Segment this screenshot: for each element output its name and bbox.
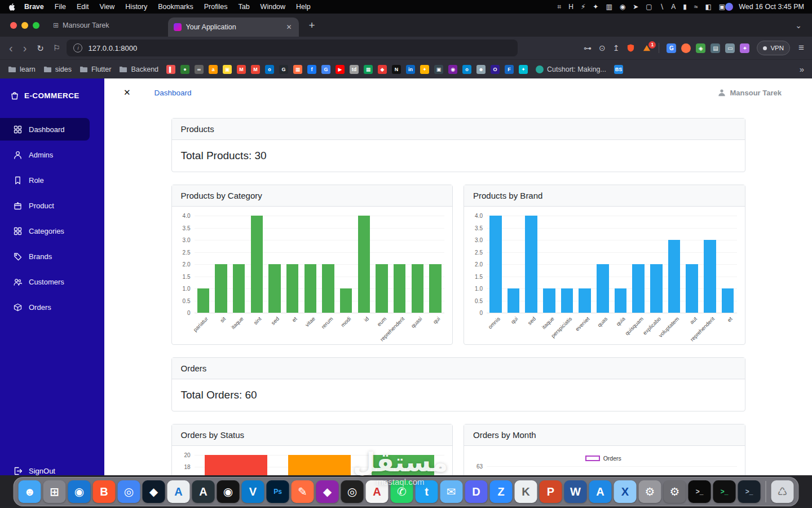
dock-icon-brave[interactable]: B <box>93 480 116 503</box>
menubar-status-icon-5[interactable]: ▥ <box>606 3 612 11</box>
menubar-status-icon-10[interactable]: A <box>671 3 676 11</box>
sidebar-item-admins[interactable]: Admins <box>0 143 90 166</box>
sidebar-item-customers[interactable]: Customers <box>0 270 90 293</box>
dock-icon-whatsapp[interactable]: ✆ <box>391 480 413 503</box>
menubar-clock[interactable]: Wed 16 Oct 3:45 PM <box>739 3 804 11</box>
tab-close-icon[interactable]: ✕ <box>285 22 293 32</box>
dock-icon-settings-alt[interactable]: ⚙ <box>664 480 686 503</box>
reload-button[interactable]: ↻ <box>34 44 46 52</box>
dock-icon-camera-app[interactable]: ◎ <box>341 480 364 503</box>
menubar-menu-history[interactable]: History <box>125 3 147 11</box>
menubar-avatar[interactable] <box>725 3 733 11</box>
menubar-status-icon-1[interactable]: ⌗ <box>557 3 561 11</box>
dock-icon-gradient-app[interactable]: ◆ <box>316 480 339 503</box>
menubar-status-icon-3[interactable]: ⚡ <box>581 3 585 11</box>
dock-icon-pen-tool-app[interactable]: ✎ <box>292 480 314 503</box>
minimize-window-button[interactable] <box>21 22 28 29</box>
dock-icon-xcode-light[interactable]: A <box>167 480 190 503</box>
bookmark-favicon-8[interactable]: o <box>265 65 274 74</box>
bookmark-favicon-16[interactable]: ◆ <box>378 65 387 74</box>
menubar-menu-window[interactable]: Window <box>261 3 285 11</box>
dock-icon-powerpoint[interactable]: P <box>540 480 562 503</box>
sidebar-signout[interactable]: SignOut <box>0 467 55 475</box>
dock-icon-blue-dot-app[interactable]: ◉ <box>68 480 91 503</box>
new-tab-button[interactable]: + <box>307 19 317 32</box>
sidebar-item-brands[interactable]: Brands <box>0 245 90 268</box>
dock-icon-android-studio[interactable]: A <box>192 480 215 503</box>
dock-icon-settings[interactable]: ⚙ <box>639 480 661 503</box>
tab-your-application[interactable]: Your Application ✕ <box>168 17 299 37</box>
bookmark-cutshort[interactable]: Cutshort: Making... <box>536 65 606 73</box>
user-chip[interactable]: Mansour Tarek <box>718 89 782 97</box>
extension-icon-5[interactable]: ▭ <box>725 43 735 53</box>
bookmark-folder-sides[interactable]: sides <box>43 65 72 73</box>
brave-shield-icon[interactable] <box>626 43 635 52</box>
menubar-status-icon-4[interactable]: ✦ <box>593 3 598 11</box>
bookmark-favicon-3[interactable]: ∞ <box>195 65 204 74</box>
bookmark-favicon-11[interactable]: f <box>307 65 316 74</box>
bookmark-favicon-6[interactable]: M <box>237 65 246 74</box>
sidebar-item-orders[interactable]: Orders <box>0 296 90 318</box>
menubar-status-icon-6[interactable]: ◉ <box>620 3 625 11</box>
bookmark-folder-learn[interactable]: learn <box>8 65 36 73</box>
dock-icon-word[interactable]: W <box>564 480 587 503</box>
extension-icon-1[interactable]: G <box>667 43 676 53</box>
bookmark-favicon-21[interactable]: ◉ <box>448 65 457 74</box>
menubar-menu-tab[interactable]: Tab <box>238 3 249 11</box>
bookmark-favicon-19[interactable]: ✦ <box>420 65 429 74</box>
bookmark-icon[interactable]: ⚐ <box>52 43 61 52</box>
dock-icon-finder[interactable]: ☻ <box>19 480 41 503</box>
dock-icon-terminal-green[interactable]: >_ <box>713 480 736 503</box>
address-bar[interactable]: i 127.0.0.1:8000 <box>67 40 518 56</box>
browser-menu-icon[interactable]: ≡ <box>797 42 805 54</box>
dock-icon-photoshop[interactable]: Ps <box>267 480 289 503</box>
share-icon[interactable]: ↥ <box>613 43 620 52</box>
forward-button[interactable]: › <box>21 42 29 54</box>
bookmark-favicon-4[interactable]: a <box>209 65 218 74</box>
menubar-status-icon-12[interactable]: ≈ <box>694 3 698 11</box>
dock-icon-dev-tools[interactable]: X <box>614 480 637 503</box>
menubar-menu-brave[interactable]: Brave <box>24 3 44 11</box>
dock-icon-trash[interactable]: ♺ <box>771 480 794 503</box>
bookmark-favicon-18[interactable]: in <box>406 65 415 74</box>
dock-icon-discord[interactable]: D <box>465 480 488 503</box>
dock-icon-zoom[interactable]: Z <box>490 480 513 503</box>
dock-icon-twitter[interactable]: t <box>416 480 438 503</box>
menubar-menu-file[interactable]: File <box>55 3 66 11</box>
menubar-menu-edit[interactable]: Edit <box>77 3 89 11</box>
bookmark-trailing-icon[interactable]: BS <box>614 65 623 74</box>
bookmark-favicon-20[interactable]: ▣ <box>434 65 443 74</box>
menubar-menu-bookmarks[interactable]: Bookmarks <box>158 3 193 11</box>
close-window-button[interactable] <box>10 22 17 29</box>
bookmark-favicon-5[interactable]: ▣ <box>223 65 232 74</box>
menubar-menu-help[interactable]: Help <box>296 3 311 11</box>
extension-icon-3[interactable]: ◈ <box>696 43 705 53</box>
menubar-status-icon-13[interactable]: ◧ <box>705 3 712 11</box>
url-text[interactable]: 127.0.0.1:8000 <box>88 44 137 52</box>
dock-icon-red-a-app[interactable]: A <box>366 480 389 503</box>
bookmark-favicon-22[interactable]: o <box>462 65 471 74</box>
bookmark-favicon-7[interactable]: M <box>251 65 260 74</box>
dock-icon-chrome[interactable]: ◎ <box>118 480 140 503</box>
dock-icon-keynote[interactable]: K <box>515 480 537 503</box>
menubar-status-icon-7[interactable]: ➤ <box>633 3 638 11</box>
bookmark-favicon-24[interactable]: O <box>491 65 500 74</box>
dock-icon-app-store[interactable]: A <box>589 480 612 503</box>
dock-icon-launchpad[interactable]: ⊞ <box>43 480 66 503</box>
bookmark-folder-flutter[interactable]: Flutter <box>80 65 111 73</box>
dock-icon-iterm[interactable]: >_ <box>738 480 761 503</box>
bookmark-favicon-23[interactable]: ☻ <box>476 65 486 74</box>
bookmark-favicon-26[interactable]: ✦ <box>519 65 528 74</box>
bookmark-favicon-1[interactable]: ▌ <box>166 65 175 74</box>
menubar-menu-view[interactable]: View <box>99 3 114 11</box>
breadcrumb[interactable]: Dashboard <box>155 89 192 97</box>
menubar-status-icon-14[interactable]: ▣ <box>719 3 725 11</box>
sidebar-item-dashboard[interactable]: Dashboard <box>0 118 90 141</box>
bookmark-folder-backend[interactable]: Backend <box>119 65 158 73</box>
menubar-status-icon-11[interactable]: ▮ <box>683 3 687 11</box>
menubar-status-icon-2[interactable]: H <box>568 3 573 11</box>
bookmark-favicon-15[interactable]: ▦ <box>364 65 373 74</box>
bookmark-favicon-12[interactable]: G <box>321 65 330 74</box>
tab-search-chevron-icon[interactable]: ⌄ <box>795 21 806 30</box>
bookmark-favicon-17[interactable]: N <box>392 65 401 74</box>
